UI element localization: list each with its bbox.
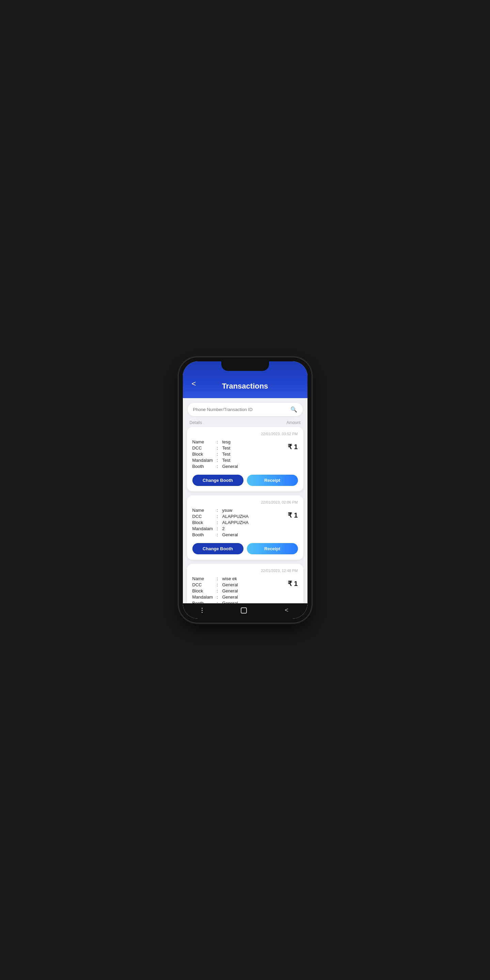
page-title: Transactions: [222, 382, 268, 391]
back-nav-icon[interactable]: <: [285, 607, 289, 614]
card-details: Name : ysuw DCC : ALAPPUZHA Block :: [192, 508, 284, 538]
home-icon[interactable]: [241, 608, 247, 614]
card-actions: Change Booth Receipt: [192, 543, 298, 554]
card-details: Name : wise ek DCC : General Block :: [192, 576, 284, 603]
detail-row: Mandalam : General: [192, 595, 284, 600]
search-input[interactable]: [193, 407, 287, 412]
mandalam-label: Mandalam: [192, 595, 217, 600]
colon: :: [217, 464, 222, 469]
amount: ₹ 1: [284, 508, 298, 519]
dcc-label: DCC: [192, 445, 217, 450]
name-label: Name: [192, 508, 217, 513]
name-value: wise ek: [222, 576, 237, 581]
block-value: ALAPPUZHA: [222, 520, 249, 525]
colon: :: [217, 520, 222, 525]
amount: ₹ 1: [284, 439, 298, 451]
colon: :: [217, 452, 222, 457]
detail-row: Block : Test: [192, 452, 284, 457]
mandalam-value: Test: [222, 458, 230, 463]
dcc-value: General: [222, 582, 238, 587]
detail-row: Booth : General: [192, 601, 284, 603]
booth-label: Booth: [192, 532, 217, 537]
transaction-card: 22/01/2023, 03:52 PM Name : tesg DCC : T…: [187, 427, 303, 492]
mandalam-value: 2: [222, 526, 225, 531]
colon: :: [217, 588, 222, 593]
booth-value: General: [222, 601, 238, 603]
detail-row: DCC : Test: [192, 445, 284, 450]
detail-row: Block : ALAPPUZHA: [192, 520, 284, 525]
colon: :: [217, 508, 222, 513]
detail-row: Block : General: [192, 588, 284, 593]
notch: [221, 361, 269, 371]
name-label: Name: [192, 439, 217, 444]
colon: :: [217, 514, 222, 519]
search-bar: 🔍: [188, 403, 303, 416]
timestamp: 22/01/2023, 03:52 PM: [192, 432, 298, 436]
column-headers: Details Amount: [183, 419, 308, 427]
change-booth-button[interactable]: Change Booth: [192, 475, 243, 486]
detail-row: Mandalam : Test: [192, 458, 284, 463]
card-details: Name : tesg DCC : Test Block : Test: [192, 439, 284, 470]
transaction-card: 22/01/2023, 12:48 PM Name : wise ek DCC …: [187, 564, 303, 603]
colon: :: [217, 601, 222, 603]
booth-label: Booth: [192, 601, 217, 603]
booth-value: General: [222, 464, 238, 469]
block-label: Block: [192, 588, 217, 593]
name-label: Name: [192, 576, 217, 581]
transaction-card: 22/01/2023, 02:06 PM Name : ysuw DCC : A…: [187, 495, 303, 560]
detail-row: DCC : General: [192, 582, 284, 587]
colon: :: [217, 458, 222, 463]
colon: :: [217, 532, 222, 537]
dcc-label: DCC: [192, 514, 217, 519]
timestamp: 22/01/2023, 12:48 PM: [192, 569, 298, 573]
bottom-nav-bar: <: [183, 603, 308, 619]
card-body: Name : ysuw DCC : ALAPPUZHA Block :: [192, 508, 298, 538]
details-column-header: Details: [190, 420, 202, 425]
booth-label: Booth: [192, 464, 217, 469]
detail-row: DCC : ALAPPUZHA: [192, 514, 284, 519]
dcc-value: ALAPPUZHA: [222, 514, 249, 519]
detail-row: Name : tesg: [192, 439, 284, 444]
card-actions: Change Booth Receipt: [192, 475, 298, 486]
block-label: Block: [192, 520, 217, 525]
booth-value: General: [222, 532, 238, 537]
menu-icon[interactable]: [201, 608, 203, 613]
colon: :: [217, 445, 222, 450]
mandalam-label: Mandalam: [192, 458, 217, 463]
detail-row: Name : wise ek: [192, 576, 284, 581]
block-label: Block: [192, 452, 217, 457]
name-value: tesg: [222, 439, 231, 444]
timestamp: 22/01/2023, 02:06 PM: [192, 500, 298, 504]
card-body: Name : tesg DCC : Test Block : Test: [192, 439, 298, 470]
phone-screen: < Transactions 🔍 Details Amount 22/01/20…: [183, 361, 308, 619]
detail-row: Booth : General: [192, 464, 284, 469]
change-booth-button[interactable]: Change Booth: [192, 543, 243, 554]
colon: :: [217, 526, 222, 531]
phone-frame: < Transactions 🔍 Details Amount 22/01/20…: [179, 357, 311, 623]
amount-column-header: Amount: [286, 420, 300, 425]
colon: :: [217, 439, 222, 444]
colon: :: [217, 582, 222, 587]
block-value: Test: [222, 452, 230, 457]
transaction-list: 22/01/2023, 03:52 PM Name : tesg DCC : T…: [183, 427, 308, 603]
dcc-label: DCC: [192, 582, 217, 587]
name-value: ysuw: [222, 508, 233, 513]
colon: :: [217, 595, 222, 600]
dcc-value: Test: [222, 445, 230, 450]
detail-row: Name : ysuw: [192, 508, 284, 513]
back-button[interactable]: <: [189, 378, 199, 390]
detail-row: Mandalam : 2: [192, 526, 284, 531]
amount: ₹ 1: [284, 576, 298, 588]
block-value: General: [222, 588, 238, 593]
mandalam-value: General: [222, 595, 238, 600]
card-body: Name : wise ek DCC : General Block :: [192, 576, 298, 603]
detail-row: Booth : General: [192, 532, 284, 537]
colon: :: [217, 576, 222, 581]
receipt-button[interactable]: Receipt: [247, 475, 298, 486]
receipt-button[interactable]: Receipt: [247, 543, 298, 554]
mandalam-label: Mandalam: [192, 526, 217, 531]
search-icon: 🔍: [290, 406, 297, 413]
